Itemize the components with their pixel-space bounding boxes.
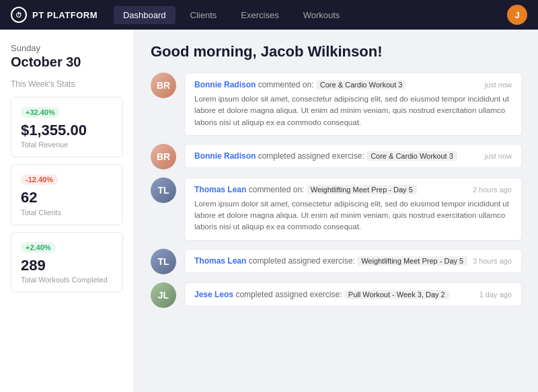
feed-name-5: Jese Leos [194,290,233,299]
nav-item-dashboard[interactable]: Dashboard [114,6,176,24]
feed-avatar-1: BR [151,73,176,98]
feed-time-1: just now [485,81,512,89]
feed-item-1: BRBonnie Radison commented on: Core & Ca… [151,73,522,136]
feed-item-3: TLThomas Lean commented on: Weightliftin… [151,178,522,241]
activity-feed: BRBonnie Radison commented on: Core & Ca… [151,73,522,316]
revenue-badge: +32.40% [21,107,60,118]
feed-text-1: Lorem ipsum dolor sit amet, consectetur … [194,93,512,128]
feed-card-3: Thomas Lean commented on: Weightlifting … [184,178,522,241]
feed-body-3: Thomas Lean commented on: Weightlifting … [184,178,522,241]
feed-avatar-2: BR [151,144,176,169]
feed-exercise-4: Weightlifting Meet Prep - Day 5 [357,256,467,266]
page-title: Good morning, Jacob Wilkinson! [151,43,522,61]
nav-item-exercises[interactable]: Exercises [231,6,288,24]
feed-action-4: completed assigned exercise: [249,256,355,266]
feed-action-3: commented on: [249,185,305,194]
feed-header-3: Thomas Lean commented on: Weightlifting … [194,185,512,194]
feed-name-1: Bonnie Radison [194,80,256,89]
logo-text: PT PLATFORM [32,10,98,20]
feed-exercise-1: Core & Cardio Workout 3 [316,80,407,89]
feed-action-1: commented on: [258,80,314,89]
feed-item-5: JLJese Leos completed assigned exercise:… [151,282,522,308]
feed-exercise-5: Pull Workout - Week 3, Day 2 [344,290,449,299]
feed-avatar-3: TL [151,178,176,203]
feed-exercise-3: Weightlifting Meet Prep - Day 5 [307,185,417,194]
feed-meta-3: Thomas Lean commented on: Weightlifting … [194,185,417,194]
feed-name-4: Thomas Lean [194,256,246,266]
feed-meta-1: Bonnie Radison commented on: Core & Card… [194,80,406,89]
feed-meta-2: Bonnie Radison completed assigned exerci… [194,151,457,161]
feed-item-2: BRBonnie Radison completed assigned exer… [151,144,522,169]
app-logo: ⏱ PT PLATFORM [11,7,98,23]
main-layout: Sunday October 30 This Week's Stats +32.… [0,30,538,392]
user-avatar[interactable]: J [507,5,527,25]
feed-card-1: Bonnie Radison commented on: Core & Card… [184,73,522,136]
stat-card-revenue: +32.40% $1,355.00 Total Revenue [11,97,123,157]
feed-name-2: Bonnie Radison [194,151,256,161]
stat-card-workouts: +2.40% 289 Total Workouts Completed [11,232,123,292]
clients-value: 62 [21,189,113,206]
feed-text-3: Lorem ipsum dolor sit amet, consectetur … [194,198,512,233]
feed-avatar-5: JL [151,282,176,308]
revenue-label: Total Revenue [21,141,113,149]
stat-card-clients: -12.40% 62 Total Clients [11,164,123,225]
clients-badge: -12.40% [21,174,58,185]
feed-avatar-4: TL [151,249,176,274]
feed-body-2: Bonnie Radison completed assigned exerci… [184,144,522,168]
feed-meta-5: Jese Leos completed assigned exercise: P… [194,290,449,299]
feed-header-1: Bonnie Radison commented on: Core & Card… [194,80,512,89]
sidebar-day: Sunday [11,43,123,53]
feed-exercise-2: Core & Cardio Workout 3 [367,151,457,161]
feed-name-3: Thomas Lean [194,185,246,194]
main-content: Good morning, Jacob Wilkinson! BRBonnie … [134,30,538,392]
sidebar: Sunday October 30 This Week's Stats +32.… [0,30,134,392]
feed-simple-2: Bonnie Radison completed assigned exerci… [184,144,522,168]
feed-time-3: 2 hours ago [473,186,512,194]
workouts-label: Total Workouts Completed [21,276,113,284]
feed-action-2: completed assigned exercise: [258,151,364,161]
feed-body-1: Bonnie Radison commented on: Core & Card… [184,73,522,136]
workouts-badge: +2.40% [21,242,56,253]
sidebar-date: October 30 [11,54,123,70]
navbar: ⏱ PT PLATFORM Dashboard Clients Exercise… [0,0,538,30]
sidebar-section-title: This Week's Stats [11,79,123,89]
logo-icon: ⏱ [11,7,27,23]
feed-simple-5: Jese Leos completed assigned exercise: P… [184,282,522,307]
feed-body-4: Thomas Lean completed assigned exercise:… [184,249,522,273]
workouts-value: 289 [21,257,113,274]
feed-meta-4: Thomas Lean completed assigned exercise:… [194,256,467,266]
clients-label: Total Clients [21,208,113,217]
nav-item-clients[interactable]: Clients [181,6,227,24]
feed-time-4: 3 hours ago [473,257,512,265]
feed-body-5: Jese Leos completed assigned exercise: P… [184,282,522,307]
feed-time-2: just now [485,152,512,160]
feed-item-4: TLThomas Lean completed assigned exercis… [151,249,522,274]
nav-item-workouts[interactable]: Workouts [294,6,350,24]
feed-time-5: 1 day ago [479,290,512,299]
feed-simple-4: Thomas Lean completed assigned exercise:… [184,249,522,273]
revenue-value: $1,355.00 [21,122,113,139]
feed-action-5: completed assigned exercise: [235,290,342,299]
